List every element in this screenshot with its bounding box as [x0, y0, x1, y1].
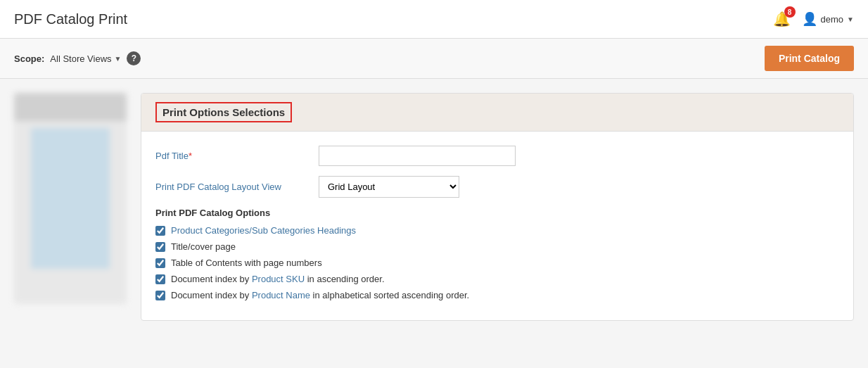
checkbox-index-name[interactable]: [155, 291, 165, 300]
pdf-title-input[interactable]: [319, 146, 516, 166]
checkbox-row-4: Document index by Product SKU in ascendi…: [155, 274, 839, 284]
checkbox-row-2: Title/cover page: [155, 241, 839, 252]
checkbox-label-toc: Table of Contents with page numbers: [171, 258, 322, 268]
notifications-bell[interactable]: 🔔 8: [773, 11, 791, 27]
options-heading: Print PDF Catalog Options: [155, 208, 839, 218]
checkbox-categories[interactable]: [155, 226, 165, 236]
checkbox-index-sku[interactable]: [155, 274, 165, 284]
checkbox-title-cover[interactable]: [155, 242, 165, 252]
checkbox-row-1: Product Categories/Sub Categories Headin…: [155, 225, 839, 236]
scope-chevron-icon: ▼: [115, 55, 122, 63]
layout-view-row: Print PDF Catalog Layout View Grid Layou…: [155, 176, 839, 198]
layout-label: Print PDF Catalog Layout View: [155, 182, 310, 192]
sidebar-placeholder: [14, 93, 127, 304]
scope-value: All Store Views: [50, 53, 111, 64]
checkbox-row-3: Table of Contents with page numbers: [155, 258, 839, 268]
checkbox-label-categories: Product Categories/Sub Categories Headin…: [171, 225, 356, 236]
notification-badge: 8: [784, 6, 796, 18]
user-menu[interactable]: 👤 demo ▼: [802, 11, 854, 27]
help-icon-label: ?: [132, 53, 136, 63]
checkbox-toc[interactable]: [155, 258, 165, 268]
user-menu-chevron-icon: ▼: [847, 15, 854, 23]
checkbox-row-5: Document index by Product Name in alphab…: [155, 290, 839, 300]
form-body: Pdf Title* Print PDF Catalog Layout View…: [141, 132, 853, 320]
layout-select[interactable]: Grid Layout List Layout: [319, 176, 459, 198]
user-icon: 👤: [802, 11, 817, 27]
page-title: PDF Catalog Print: [14, 11, 127, 27]
scope-label: Scope:: [14, 53, 44, 64]
checkbox-label-index-name: Document index by Product Name in alphab…: [171, 290, 469, 300]
header-actions: 🔔 8 👤 demo ▼: [773, 11, 854, 27]
checkbox-label-index-sku: Document index by Product SKU in ascendi…: [171, 274, 385, 284]
help-icon[interactable]: ?: [127, 51, 141, 65]
print-catalog-button[interactable]: Print Catalog: [765, 46, 854, 71]
pdf-title-row: Pdf Title*: [155, 146, 839, 166]
form-panel-header: Print Options Selections: [141, 94, 853, 132]
checkbox-label-title-cover: Title/cover page: [171, 241, 236, 252]
section-title: Print Options Selections: [155, 102, 292, 122]
pdf-title-label: Pdf Title*: [155, 151, 310, 161]
user-label: demo: [821, 14, 844, 25]
required-marker: *: [189, 151, 192, 161]
toolbar-left: Scope: All Store Views ▼ ?: [14, 51, 141, 65]
toolbar: Scope: All Store Views ▼ ? Print Catalog: [0, 39, 868, 79]
main-content: Print Options Selections Pdf Title* Prin…: [0, 79, 868, 335]
scope-dropdown[interactable]: All Store Views ▼: [50, 53, 121, 64]
form-panel: Print Options Selections Pdf Title* Prin…: [141, 93, 854, 321]
header: PDF Catalog Print 🔔 8 👤 demo ▼: [0, 0, 868, 39]
